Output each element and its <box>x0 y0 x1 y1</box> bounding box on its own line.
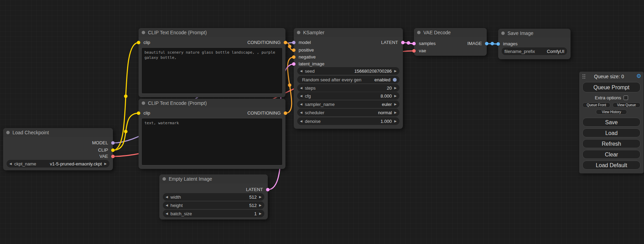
save-button[interactable]: Save <box>582 118 641 127</box>
node-collapse-dot[interactable] <box>6 131 10 134</box>
node-title-bar[interactable]: VAE Decode <box>414 28 487 37</box>
increment-arrow-icon[interactable]: ▶ <box>394 92 397 100</box>
queue-front-button[interactable]: Queue Front <box>582 102 610 108</box>
sampler-name-widget[interactable]: ◀ sampler_name euler ▶ <box>297 100 399 108</box>
clip-output-slot[interactable] <box>111 148 115 152</box>
decrement-arrow-icon[interactable]: ◀ <box>300 84 302 92</box>
negative-prompt-textarea[interactable]: text, watermark <box>141 118 283 165</box>
negative-input-slot[interactable] <box>292 55 295 59</box>
batch-size-widget[interactable]: ◀ batch_size 1 ▶ <box>163 210 264 217</box>
vae-input-label: vae <box>419 48 426 54</box>
latent-image-input-label: latent_image <box>299 61 324 67</box>
increment-arrow-icon[interactable]: ▶ <box>394 109 397 116</box>
filename-prefix-widget[interactable]: filename_prefix ComfyUI <box>502 47 567 55</box>
widget-name: filename_prefix <box>504 49 535 54</box>
node-collapse-dot[interactable] <box>142 101 145 105</box>
increment-arrow-icon[interactable]: ▶ <box>394 100 397 108</box>
decrement-arrow-icon[interactable]: ◀ <box>9 160 12 168</box>
denoise-widget[interactable]: ◀ denoise 1.000 ▶ <box>297 117 399 125</box>
latent-output-slot[interactable] <box>401 41 405 44</box>
node-title: Load Checkpoint <box>12 130 49 135</box>
node-save-image[interactable]: Save Image images filename_prefix ComfyU… <box>498 29 571 59</box>
extra-options-checkbox[interactable] <box>624 96 628 100</box>
positive-prompt-textarea[interactable]: beautiful scenery nature glass bottle la… <box>141 47 283 94</box>
refresh-button[interactable]: Refresh <box>582 139 641 148</box>
random-seed-toggle[interactable]: Random seed after every gen enabled <box>297 76 399 83</box>
node-collapse-dot[interactable] <box>501 31 505 35</box>
ckpt-name-widget[interactable]: ◀ ckpt_name v1-5-pruned-emaonly.ckpt ▶ <box>7 160 109 168</box>
clip-input-label: clip <box>143 110 150 116</box>
node-load-checkpoint[interactable]: Load Checkpoint MODEL CLIP VAE ◀ ckpt_na… <box>3 128 113 170</box>
increment-arrow-icon[interactable]: ▶ <box>394 117 397 125</box>
steps-widget[interactable]: ◀ steps 20 ▶ <box>297 84 399 92</box>
decrement-arrow-icon[interactable]: ◀ <box>300 92 302 100</box>
conditioning-output-slot[interactable] <box>284 111 287 115</box>
latent-output-slot[interactable] <box>266 188 270 191</box>
node-vae-decode[interactable]: VAE Decode samples IMAGE vae <box>414 28 487 56</box>
node-collapse-dot[interactable] <box>142 31 145 34</box>
view-history-button[interactable]: View History <box>596 109 627 115</box>
queue-prompt-button[interactable]: Queue Prompt <box>582 82 641 92</box>
increment-arrow-icon[interactable]: ▶ <box>394 67 397 75</box>
node-title-bar[interactable]: Save Image <box>498 29 571 38</box>
cfg-widget[interactable]: ◀ cfg 8.000 ▶ <box>297 92 399 100</box>
view-queue-button[interactable]: View Queue <box>612 102 641 108</box>
load-default-button[interactable]: Load Default <box>582 161 641 170</box>
node-graph-canvas[interactable]: Load Checkpoint MODEL CLIP VAE ◀ ckpt_na… <box>0 0 644 244</box>
vae-input-slot[interactable] <box>412 49 416 53</box>
node-title: VAE Decode <box>423 30 451 35</box>
image-output-slot[interactable] <box>485 42 488 45</box>
conditioning-output-label: CONDITIONING <box>247 40 281 45</box>
conditioning-output-slot[interactable] <box>284 41 287 44</box>
clip-input-slot[interactable] <box>137 111 140 115</box>
height-widget[interactable]: ◀ height 512 ▶ <box>163 201 264 209</box>
toggle-value: enabled <box>364 77 390 82</box>
model-input-slot[interactable] <box>292 41 295 44</box>
samples-input-slot[interactable] <box>412 42 416 45</box>
model-output-slot[interactable] <box>111 141 115 145</box>
node-title-bar[interactable]: CLIP Text Encode (Prompt) <box>139 99 285 108</box>
node-clip-text-encode-positive[interactable]: CLIP Text Encode (Prompt) clip CONDITION… <box>139 28 285 97</box>
decrement-arrow-icon[interactable]: ◀ <box>300 109 302 116</box>
node-title-bar[interactable]: CLIP Text Encode (Prompt) <box>139 28 285 37</box>
width-widget[interactable]: ◀ width 512 ▶ <box>163 193 264 201</box>
decrement-arrow-icon[interactable]: ◀ <box>166 193 168 201</box>
node-title: Empty Latent Image <box>169 176 212 182</box>
decrement-arrow-icon[interactable]: ◀ <box>166 210 168 217</box>
decrement-arrow-icon[interactable]: ◀ <box>300 117 302 125</box>
clear-button[interactable]: Clear <box>582 150 641 159</box>
clip-input-slot[interactable] <box>137 41 140 44</box>
increment-arrow-icon[interactable]: ▶ <box>259 201 262 209</box>
node-collapse-dot[interactable] <box>417 31 421 34</box>
load-button[interactable]: Load <box>582 128 641 137</box>
scheduler-widget[interactable]: ◀ scheduler normal ▶ <box>297 109 399 116</box>
node-ksampler[interactable]: KSampler model LATENT positive negative … <box>294 28 403 129</box>
decrement-arrow-icon[interactable]: ◀ <box>300 100 302 108</box>
increment-arrow-icon[interactable]: ▶ <box>259 210 262 217</box>
settings-gear-icon[interactable]: ⚙ <box>636 73 641 79</box>
seed-widget[interactable]: ◀ seed 156680208700286 ▶ <box>297 67 399 75</box>
vae-output-slot[interactable] <box>111 155 115 158</box>
increment-arrow-icon[interactable]: ▶ <box>394 84 397 92</box>
node-empty-latent-image[interactable]: Empty Latent Image LATENT ◀ width 512 ▶ … <box>159 174 268 219</box>
model-output-label: MODEL <box>92 140 108 146</box>
clip-input-label: clip <box>143 40 150 45</box>
node-title-bar[interactable]: Empty Latent Image <box>159 174 268 183</box>
node-clip-text-encode-negative[interactable]: CLIP Text Encode (Prompt) clip CONDITION… <box>139 99 285 169</box>
node-title-bar[interactable]: KSampler <box>294 28 403 37</box>
decrement-arrow-icon[interactable]: ◀ <box>300 67 302 75</box>
node-collapse-dot[interactable] <box>297 31 300 34</box>
widget-value: 20 <box>318 85 392 91</box>
increment-arrow-icon[interactable]: ▶ <box>259 193 262 201</box>
node-collapse-dot[interactable] <box>162 177 166 181</box>
toggle-name: Random seed after every gen <box>302 77 361 82</box>
latent-image-input-slot[interactable] <box>292 62 295 66</box>
widget-value: euler <box>337 102 392 107</box>
node-title-bar[interactable]: Load Checkpoint <box>3 128 113 137</box>
increment-arrow-icon[interactable]: ▶ <box>104 160 107 168</box>
toggle-indicator-dot[interactable] <box>393 78 397 82</box>
positive-input-slot[interactable] <box>292 48 295 52</box>
images-input-slot[interactable] <box>496 42 500 46</box>
decrement-arrow-icon[interactable]: ◀ <box>166 201 168 209</box>
link-conditioning-positive-midpoint-dot <box>288 45 291 48</box>
